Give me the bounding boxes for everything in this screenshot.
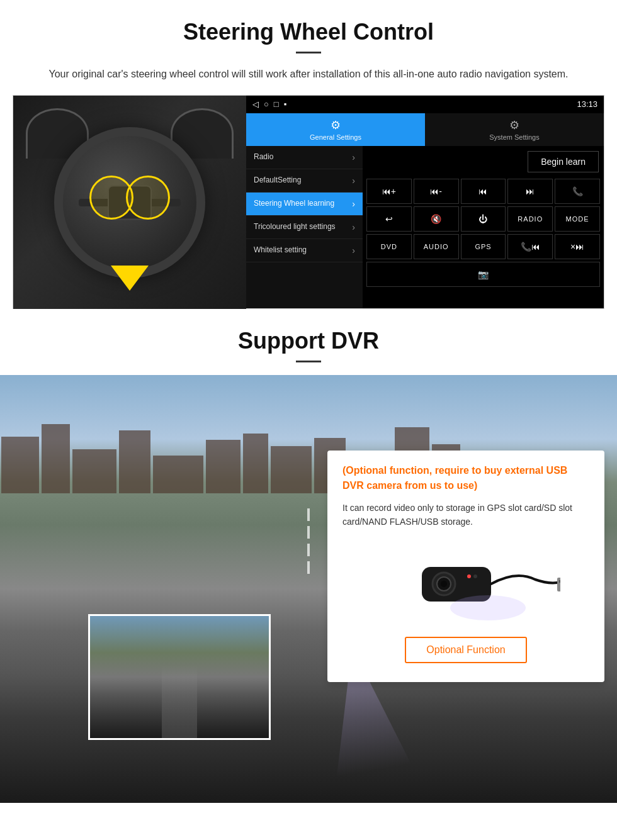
ctrl-row-2: ↩ 🔇 ⏻ RADIO MODE xyxy=(363,205,604,233)
building-8 xyxy=(271,446,312,493)
menu-item-tricoloured[interactable]: Tricoloured light settings › xyxy=(246,216,363,239)
menu-item-whitelist[interactable]: Whitelist setting › xyxy=(246,239,363,262)
dvr-title-divider xyxy=(296,361,321,362)
ctrl-back[interactable]: ↩ xyxy=(366,206,412,232)
svg-point-3 xyxy=(441,581,447,587)
dvr-device-image xyxy=(342,539,589,627)
tab-system-label: System Settings xyxy=(489,133,539,141)
dvr-section: Support DVR xyxy=(0,309,617,803)
ctrl-phone-prev[interactable]: 📞⏮ xyxy=(507,234,553,259)
building-6 xyxy=(206,440,241,493)
ui-screenshot-area: ◁ ○ □ ▪ 13:13 ⚙ General Settings ⚙ Syste… xyxy=(13,95,604,309)
tab-system-settings[interactable]: ⚙ System Settings xyxy=(425,113,604,146)
ctrl-power[interactable]: ⏻ xyxy=(461,206,506,232)
ctrl-row-1: ⏮+ ⏮- ⏮ ⏭ 📞 xyxy=(363,177,604,205)
section1-title: Steering Wheel Control xyxy=(25,19,592,45)
android-statusbar: ◁ ○ □ ▪ 13:13 xyxy=(246,96,604,113)
steering-wheel-section: Steering Wheel Control Your original car… xyxy=(0,0,617,309)
optional-function-button[interactable]: Optional Function xyxy=(405,637,526,663)
menu-item-radio[interactable]: Radio › xyxy=(246,146,363,169)
ctrl-row-4: 📷 xyxy=(363,260,604,288)
ctrl-gps[interactable]: GPS xyxy=(461,234,506,259)
android-content: Radio › DefaultSetting › Steering Wheel … xyxy=(246,146,604,308)
statusbar-clock: 13:13 xyxy=(577,99,597,109)
ctrl-phone[interactable]: 📞 xyxy=(555,179,600,204)
dvr-camera-svg xyxy=(371,545,560,620)
begin-learn-button[interactable]: Begin learn xyxy=(528,151,599,172)
title-divider xyxy=(296,52,321,53)
cast-icon: ▪ xyxy=(284,99,287,109)
ctrl-radio[interactable]: RADIO xyxy=(507,206,553,232)
ctrl-vol-up[interactable]: ⏮+ xyxy=(366,179,412,204)
chevron-icon: › xyxy=(352,199,355,209)
ctrl-mode[interactable]: MODE xyxy=(555,206,600,232)
ctrl-mute[interactable]: 🔇 xyxy=(414,206,459,232)
dvr-title: Support DVR xyxy=(25,328,592,354)
dvr-inset-road xyxy=(162,664,198,737)
dvr-info-text: It can record video only to storage in G… xyxy=(342,501,589,529)
menu-item-defaultsetting-label: DefaultSetting xyxy=(254,176,301,186)
road-line-1 xyxy=(307,508,310,521)
dvr-info-card: (Optional function, require to buy exter… xyxy=(327,451,604,683)
controls-panel: Begin learn ⏮+ ⏮- ⏮ ⏭ 📞 ↩ 🔇 ⏻ xyxy=(363,146,604,308)
android-tabs: ⚙ General Settings ⚙ System Settings xyxy=(246,113,604,146)
chevron-icon: › xyxy=(352,152,355,162)
menu-item-steering-wheel[interactable]: Steering Wheel learning › xyxy=(246,193,363,216)
building-1 xyxy=(1,437,39,493)
chevron-icon: › xyxy=(352,176,355,186)
dvr-inset-screenshot xyxy=(88,614,271,740)
dvr-title-area: Support DVR xyxy=(0,309,617,375)
menu-item-tricoloured-label: Tricoloured light settings xyxy=(254,222,336,232)
ctrl-vol-down[interactable]: ⏮- xyxy=(414,179,459,204)
section1-title-area: Steering Wheel Control xyxy=(0,0,617,66)
ctrl-row-3: DVD AUDIO GPS 📞⏮ ×⏭ xyxy=(363,233,604,260)
building-2 xyxy=(42,424,70,493)
ctrl-dvd[interactable]: DVD xyxy=(366,234,412,259)
road-line-4 xyxy=(307,561,310,574)
ctrl-next[interactable]: ⏭ xyxy=(507,179,553,204)
statusbar-nav-icons: ◁ ○ □ ▪ xyxy=(252,99,286,109)
back-icon: ◁ xyxy=(252,99,259,109)
ctrl-prev[interactable]: ⏮ xyxy=(461,179,506,204)
ctrl-phone-next[interactable]: ×⏭ xyxy=(555,234,600,259)
home-icon: ○ xyxy=(264,99,269,109)
tab-general-settings[interactable]: ⚙ General Settings xyxy=(246,113,425,146)
chevron-icon: › xyxy=(352,222,355,232)
steering-wheel-circle xyxy=(54,127,205,278)
menu-item-whitelist-label: Whitelist setting xyxy=(254,245,307,255)
dvr-info-title: (Optional function, require to buy exter… xyxy=(342,463,589,493)
road-line-3 xyxy=(307,544,310,556)
svg-rect-6 xyxy=(557,578,560,591)
ctrl-camera[interactable]: 📷 xyxy=(366,262,600,287)
ctrl-audio[interactable]: AUDIO xyxy=(414,234,459,259)
building-5 xyxy=(153,456,203,493)
menu-item-defaultsetting[interactable]: DefaultSetting › xyxy=(246,169,363,193)
settings-menu-list: Radio › DefaultSetting › Steering Wheel … xyxy=(246,146,363,308)
svg-point-9 xyxy=(450,595,526,620)
arrow-indicator xyxy=(111,266,149,291)
highlight-right xyxy=(126,176,170,220)
section1-subtitle: Your original car's steering wheel contr… xyxy=(0,66,617,95)
svg-point-4 xyxy=(467,574,471,578)
menu-item-radio-label: Radio xyxy=(254,152,273,162)
building-3 xyxy=(72,449,116,493)
dvr-background: (Optional function, require to buy exter… xyxy=(0,375,617,803)
chevron-icon: › xyxy=(352,245,355,255)
road-line-2 xyxy=(307,526,310,539)
tab-general-label: General Settings xyxy=(310,133,361,141)
recents-icon: □ xyxy=(274,99,279,109)
begin-learn-row: Begin learn xyxy=(363,146,604,177)
android-ui: ◁ ○ □ ▪ 13:13 ⚙ General Settings ⚙ Syste… xyxy=(246,96,604,308)
svg-rect-7 xyxy=(559,580,560,583)
menu-item-steering-label: Steering Wheel learning xyxy=(254,199,334,209)
building-4 xyxy=(119,430,150,493)
svg-point-5 xyxy=(473,574,477,578)
building-7 xyxy=(243,434,268,493)
steering-wheel-image xyxy=(13,96,246,310)
gear-icon: ⚙ xyxy=(331,118,341,132)
wrench-icon: ⚙ xyxy=(509,118,519,132)
